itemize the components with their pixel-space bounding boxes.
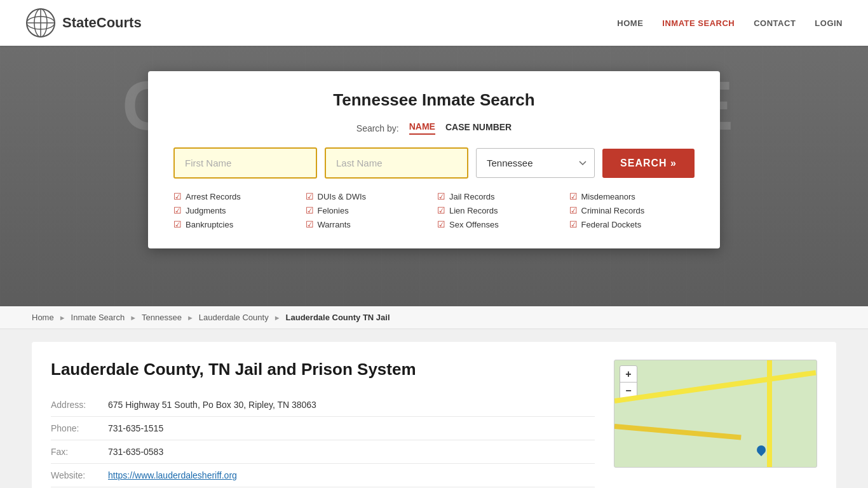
breadcrumb-current: Lauderdale County TN Jail	[286, 313, 390, 322]
logo-icon	[25, 8, 56, 38]
header: StateCourts HOME INMATE SEARCH CONTACT L…	[0, 0, 868, 46]
checkbox-label: Warrants	[318, 220, 351, 229]
search-fields-row: Tennessee Alabama Alaska Arizona Arkansa…	[173, 147, 695, 179]
search-modal: Tennessee Inmate Search Search by: NAME …	[148, 71, 720, 248]
checkbox-criminal-records: ☑ Criminal Records	[569, 205, 695, 215]
map-zoom-in[interactable]: +	[620, 366, 637, 383]
content-left: Lauderdale County, TN Jail and Prison Sy…	[51, 360, 595, 488]
checkbox-label: DUIs & DWIs	[318, 192, 367, 201]
fax-row: Fax: 731-635-0583	[51, 440, 595, 464]
address-row: Address: 675 Highway 51 South, Po Box 30…	[51, 393, 595, 417]
checkbox-label: Criminal Records	[581, 206, 645, 215]
checkbox-sex-offenses: ☑ Sex Offenses	[437, 219, 563, 229]
checkbox-misdemeanors: ☑ Misdemeanors	[569, 191, 695, 201]
checkbox-felonies: ☑ Felonies	[306, 205, 431, 215]
map-road-vertical	[767, 360, 772, 468]
breadcrumb-home[interactable]: Home	[32, 313, 54, 322]
nav-home[interactable]: HOME	[617, 18, 643, 28]
nav-contact[interactable]: CONTACT	[754, 18, 796, 28]
search-by-row: Search by: NAME CASE NUMBER	[173, 121, 695, 135]
logo-area: StateCourts	[25, 8, 142, 38]
checkbox-jail-records: ☑ Jail Records	[437, 191, 563, 201]
breadcrumb-tennessee[interactable]: Tennessee	[142, 313, 182, 322]
phone-row: Phone: 731-635-1515	[51, 417, 595, 440]
content-card: Lauderdale County, TN Jail and Prison Sy…	[32, 342, 836, 488]
checkbox-label: Judgments	[186, 206, 226, 215]
checkbox-federal-dockets: ☑ Federal Dockets	[569, 219, 695, 229]
check-icon: ☑	[173, 191, 182, 201]
info-table: Address: 675 Highway 51 South, Po Box 30…	[51, 393, 595, 487]
checkbox-label: Jail Records	[449, 192, 495, 201]
check-icon: ☑	[437, 219, 445, 229]
breadcrumb-sep-2: ►	[130, 314, 137, 322]
check-icon: ☑	[437, 191, 445, 201]
map-marker	[755, 444, 768, 456]
breadcrumb-sep-1: ►	[59, 314, 66, 322]
checkbox-label: Bankruptcies	[186, 220, 233, 229]
checkbox-bankruptcies: ☑ Bankruptcies	[173, 219, 299, 229]
breadcrumb-lauderdale-county[interactable]: Lauderdale County	[199, 313, 269, 322]
check-icon: ☑	[569, 219, 578, 229]
checkbox-lien-records: ☑ Lien Records	[437, 205, 563, 215]
phone-label: Phone:	[51, 417, 108, 440]
breadcrumb-sep-3: ►	[187, 314, 194, 322]
checkbox-duis-dwis: ☑ DUIs & DWIs	[306, 191, 431, 201]
checkboxes-grid: ☑ Arrest Records ☑ DUIs & DWIs ☑ Jail Re…	[173, 191, 695, 229]
check-icon: ☑	[569, 205, 578, 215]
check-icon: ☑	[569, 191, 578, 201]
check-icon: ☑	[437, 205, 445, 215]
nav-login[interactable]: LOGIN	[815, 18, 843, 28]
checkbox-arrest-records: ☑ Arrest Records	[173, 191, 299, 201]
check-icon: ☑	[306, 191, 314, 201]
checkbox-label: Felonies	[318, 206, 349, 215]
address-label: Address:	[51, 393, 108, 417]
checkbox-label: Sex Offenses	[449, 220, 499, 229]
nav-inmate-search[interactable]: INMATE SEARCH	[662, 18, 735, 28]
first-name-input[interactable]	[173, 147, 317, 179]
website-row: Website: https://www.lauderdalesheriff.o…	[51, 464, 595, 487]
check-icon: ☑	[306, 219, 314, 229]
fax-label: Fax:	[51, 440, 108, 464]
modal-title: Tennessee Inmate Search	[173, 90, 695, 110]
fax-value: 731-635-0583	[108, 440, 595, 464]
logo-text: StateCourts	[62, 15, 142, 31]
map-container: + −	[614, 360, 817, 468]
map-road-horizontal	[614, 370, 816, 403]
check-icon: ☑	[173, 219, 182, 229]
content-area: Lauderdale County, TN Jail and Prison Sy…	[0, 329, 868, 488]
address-value: 675 Highway 51 South, Po Box 30, Ripley,…	[108, 393, 595, 417]
website-label: Website:	[51, 464, 108, 487]
checkbox-label: Misdemeanors	[581, 192, 635, 201]
search-by-label: Search by:	[356, 123, 399, 133]
search-button[interactable]: SEARCH »	[602, 149, 695, 178]
phone-value: 731-635-1515	[108, 417, 595, 440]
map-controls: + −	[620, 365, 637, 400]
breadcrumb: Home ► Inmate Search ► Tennessee ► Laude…	[0, 306, 868, 329]
checkbox-label: Lien Records	[449, 206, 498, 215]
breadcrumb-sep-4: ►	[274, 314, 281, 322]
state-select[interactable]: Tennessee Alabama Alaska Arizona Arkansa…	[476, 148, 595, 178]
tab-case-number[interactable]: CASE NUMBER	[445, 122, 512, 134]
website-link[interactable]: https://www.lauderdalesheriff.org	[108, 470, 237, 480]
hero-section: COURTHOUSE Tennessee Inmate Search Searc…	[0, 46, 868, 306]
breadcrumb-inmate-search[interactable]: Inmate Search	[71, 313, 125, 322]
checkbox-label: Arrest Records	[186, 192, 241, 201]
check-icon: ☑	[173, 205, 182, 215]
last-name-input[interactable]	[325, 147, 468, 179]
checkbox-warrants: ☑ Warrants	[306, 219, 431, 229]
check-icon: ☑	[306, 205, 314, 215]
checkbox-judgments: ☑ Judgments	[173, 205, 299, 215]
nav-links: HOME INMATE SEARCH CONTACT LOGIN	[617, 18, 843, 28]
map-road-horizontal-2	[614, 424, 742, 440]
checkbox-label: Federal Dockets	[581, 220, 642, 229]
tab-name[interactable]: NAME	[409, 121, 435, 135]
facility-title: Lauderdale County, TN Jail and Prison Sy…	[51, 360, 595, 379]
